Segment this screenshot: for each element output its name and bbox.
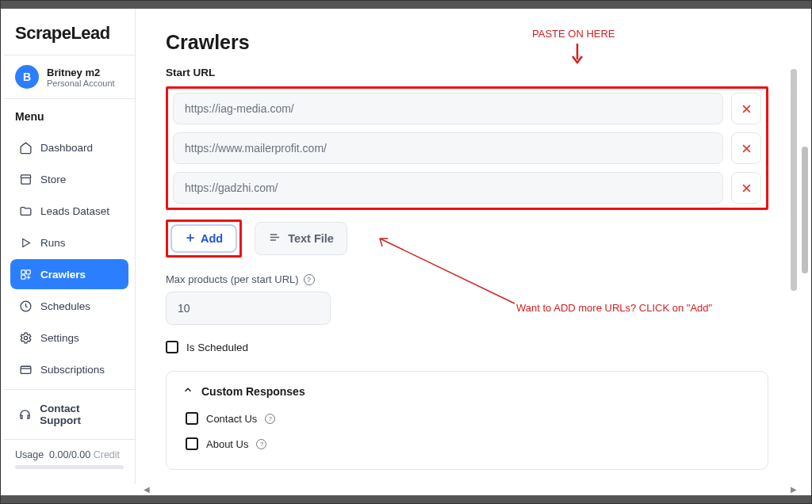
sidebar-item-settings[interactable]: Settings xyxy=(10,323,128,353)
nav-label: Contact Support xyxy=(40,403,121,426)
url-list-highlight: https://iag-media.com/ https://www.maile… xyxy=(166,86,768,210)
svg-rect-0 xyxy=(21,269,25,273)
help-icon[interactable]: ? xyxy=(304,274,315,285)
custom-responses-toggle[interactable]: Custom Responses xyxy=(182,384,752,398)
nav-label: Subscriptions xyxy=(40,364,105,376)
sidebar-item-dashboard[interactable]: Dashboard xyxy=(10,132,128,162)
contact-us-checkbox[interactable] xyxy=(186,412,198,425)
url-input[interactable]: https://gadzhi.com/ xyxy=(173,172,723,204)
svg-rect-2 xyxy=(21,275,25,279)
usage-label: Usage xyxy=(15,449,44,460)
clock-icon xyxy=(18,299,33,313)
arrow-down-icon xyxy=(570,42,584,69)
usage-bar xyxy=(15,465,124,469)
sidebar-item-runs[interactable]: Runs xyxy=(10,227,128,258)
custom-responses-panel: Custom Responses Contact Us ? About Us ? xyxy=(166,371,768,470)
url-input[interactable]: https://www.mailerprofit.com/ xyxy=(173,132,723,164)
add-url-button[interactable]: Add xyxy=(170,224,237,253)
svg-rect-1 xyxy=(26,269,30,273)
contact-us-label: Contact Us xyxy=(206,413,257,425)
sidebar-item-crawlers[interactable]: Crawlers xyxy=(10,259,128,289)
svg-point-4 xyxy=(24,336,27,339)
usage-value: 0.00/0.00 xyxy=(49,449,90,460)
page-title: Crawlers xyxy=(166,31,768,54)
horizontal-scrollbar[interactable]: ◀ ▶ xyxy=(142,484,799,494)
sidebar-item-store[interactable]: Store xyxy=(10,164,128,194)
sidebar: ScrapeLead B Britney m2 Personal Account… xyxy=(4,9,136,484)
nav-label: Crawlers xyxy=(40,269,86,281)
add-button-label: Add xyxy=(201,232,223,245)
text-file-label: Text File xyxy=(288,232,334,245)
text-file-button[interactable]: Text File xyxy=(255,222,347,255)
gear-icon xyxy=(18,330,33,345)
start-url-label: Start URL xyxy=(166,67,768,78)
chevron-up-icon xyxy=(182,384,193,398)
help-icon[interactable]: ? xyxy=(256,439,266,449)
about-us-label: About Us xyxy=(206,438,248,450)
browser-bottom-bar xyxy=(1,495,811,503)
nav-label: Runs xyxy=(40,237,66,249)
is-scheduled-label: Is Scheduled xyxy=(186,342,248,353)
url-row: https://iag-media.com/ xyxy=(173,93,761,124)
is-scheduled-checkbox[interactable] xyxy=(166,341,178,353)
nav-label: Settings xyxy=(40,332,79,344)
url-row: https://www.mailerprofit.com/ xyxy=(173,132,761,164)
nav-label: Schedules xyxy=(40,300,90,312)
avatar: B xyxy=(15,65,39,89)
usage-footer: Usage 0.00/0.00 Credit xyxy=(4,440,135,479)
scroll-left-icon[interactable]: ◀ xyxy=(142,484,151,494)
max-products-label: Max products (per start URL) xyxy=(166,273,299,285)
sidebar-item-schedules[interactable]: Schedules xyxy=(10,291,128,321)
delete-url-button[interactable] xyxy=(731,93,761,124)
account-type: Personal Account xyxy=(47,78,115,88)
store-icon xyxy=(18,172,33,186)
svg-rect-5 xyxy=(21,366,31,373)
delete-url-button[interactable] xyxy=(731,172,761,204)
account-switcher[interactable]: B Britney m2 Personal Account xyxy=(4,55,135,98)
add-button-highlight: Add xyxy=(166,220,242,258)
sidebar-item-subscriptions[interactable]: Subscriptions xyxy=(10,354,128,384)
sidebar-item-leads[interactable]: Leads Dataset xyxy=(10,196,128,226)
url-row: https://gadzhi.com/ xyxy=(173,172,761,204)
delete-url-button[interactable] xyxy=(731,132,761,164)
divider xyxy=(4,389,135,390)
max-products-input[interactable]: 10 xyxy=(166,292,331,325)
card-icon xyxy=(18,362,33,376)
main-content: Crawlers PASTE ON HERE Start URL https:/… xyxy=(136,9,799,484)
folder-icon xyxy=(18,204,33,218)
nav-label: Dashboard xyxy=(40,142,93,154)
annotation-add-more: Want to ADD more URLs? CLICK on "Add" xyxy=(516,302,712,314)
sidebar-item-contact-support[interactable]: Contact Support xyxy=(10,395,128,434)
crawler-icon xyxy=(18,267,33,281)
plus-icon xyxy=(185,232,196,246)
brand-logo: ScrapeLead xyxy=(4,9,135,55)
home-icon xyxy=(18,140,33,155)
list-icon xyxy=(268,231,282,246)
browser-top-bar xyxy=(1,1,811,9)
headset-icon xyxy=(18,407,32,422)
nav-label: Store xyxy=(40,174,66,185)
account-name: Britney m2 xyxy=(47,67,115,78)
nav-label: Leads Dataset xyxy=(40,205,109,217)
scroll-right-icon[interactable]: ▶ xyxy=(789,484,799,494)
usage-suffix: Credit xyxy=(94,449,120,460)
play-icon xyxy=(18,235,33,250)
menu-header: Menu xyxy=(4,99,135,128)
about-us-checkbox[interactable] xyxy=(186,437,198,450)
panel-title: Custom Responses xyxy=(201,385,305,398)
url-input[interactable]: https://iag-media.com/ xyxy=(173,93,723,124)
help-icon[interactable]: ? xyxy=(265,414,275,424)
outer-vertical-scrollbar[interactable] xyxy=(800,12,810,492)
